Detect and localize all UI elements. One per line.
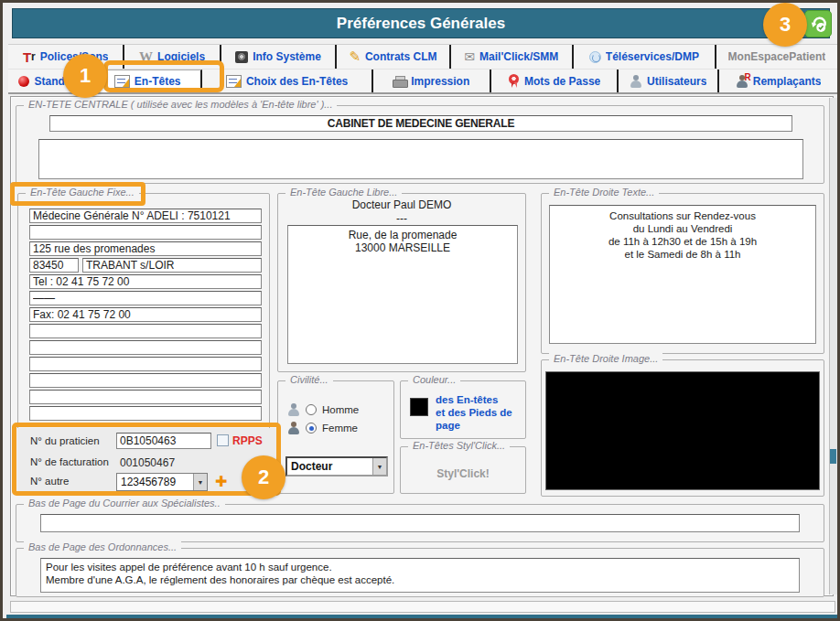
group-bas-ordonnances-legend: Bas de Page des Ordonnances...: [24, 541, 181, 552]
vertical-scrollbar[interactable]: [829, 98, 837, 594]
group-stylclick: En-Têtes Styl'Click... Styl'Click!: [400, 446, 526, 494]
homme-label: Homme: [322, 404, 359, 415]
gauche-fixe-tel-input[interactable]: [29, 274, 262, 289]
gauche-fixe-line11-input[interactable]: [29, 373, 262, 388]
header-edit-icon: [114, 75, 130, 88]
printer-icon: [393, 76, 406, 87]
gauche-fixe-ville-input[interactable]: [82, 258, 262, 273]
male-icon: [287, 403, 300, 416]
gauche-fixe-line6-input[interactable]: [29, 291, 262, 305]
scrollbar-thumb[interactable]: [830, 449, 836, 464]
titre-dropdown[interactable]: Docteur ▼: [285, 456, 388, 476]
num-autre-dropdown[interactable]: 123456789 ▼: [116, 473, 208, 491]
tab-remplacants[interactable]: R Remplaçants: [719, 70, 837, 92]
droite-image-preview[interactable]: [545, 371, 820, 490]
group-entete-droite-image: En-Tête Droite Image...: [541, 359, 824, 497]
group-entete-droite-texte: En-Tête Droite Texte... Consultations su…: [541, 193, 824, 354]
entete-centrale-textarea[interactable]: [38, 139, 803, 179]
praticien-numbers-group: N° du praticien RPPS N° de facturation 0…: [17, 428, 277, 491]
chevron-down-icon: ▼: [372, 458, 386, 475]
mail-icon: ✉: [464, 49, 475, 64]
group-entete-droite-image-legend: En-Tête Droite Image...: [549, 353, 662, 364]
tab-en-tetes[interactable]: En-Têtes: [94, 70, 203, 92]
group-bas-courrier-legend: Bas de Page du Courrier aux Spécialistes…: [24, 498, 225, 509]
tab-logiciels[interactable]: W Logiciels: [124, 45, 221, 69]
validate-button[interactable]: [804, 10, 832, 37]
tab-contrats-clm[interactable]: ✎ Contrats CLM: [337, 45, 451, 69]
gauche-fixe-line12-input[interactable]: [29, 390, 262, 404]
stylclick-button[interactable]: Styl'Click!: [401, 467, 525, 480]
droite-texte-content: Consultations sur Rendez-vous du Lundi a…: [550, 206, 815, 261]
group-entete-droite-texte-legend: En-Tête Droite Texte...: [549, 187, 659, 198]
group-entete-gauche-fixe-legend: En-Tête Gauche Fixe...: [26, 187, 139, 198]
color-swatch[interactable]: [410, 398, 428, 416]
tab-monespacepatient[interactable]: MonEspacePatient: [716, 45, 837, 69]
bas-ordonnances-textarea[interactable]: Pour les visites appel de préférence ava…: [40, 558, 800, 593]
gauche-fixe-codepostal-input[interactable]: [29, 258, 79, 273]
num-praticien-label: N° du praticien: [30, 435, 100, 446]
group-stylclick-legend: En-Têtes Styl'Click...: [408, 440, 510, 451]
bas-courrier-input[interactable]: [40, 514, 800, 532]
gauche-libre-address: Rue, de la promenade 13000 MARSEILLE: [288, 226, 517, 254]
tab-mots-de-passe[interactable]: Mots de Passe: [491, 70, 619, 92]
user-icon: [630, 75, 642, 88]
group-entete-centrale: EN-TETE CENTRALE ( utilisée avec les mod…: [16, 105, 824, 184]
user-replacement-icon: R: [736, 75, 748, 88]
chevron-down-icon: ▼: [193, 474, 207, 490]
tab-choix-en-tetes[interactable]: Choix des En-Têtes: [202, 70, 372, 92]
annotation-circle-1: 1: [63, 54, 107, 98]
num-praticien-input[interactable]: [116, 433, 211, 449]
homme-radio[interactable]: [306, 404, 317, 415]
group-entete-gauche-libre: En-Tête Gauche Libre... Docteur Paul DEM…: [277, 193, 526, 372]
tab-impression[interactable]: Impression: [373, 70, 491, 92]
word-icon: W: [139, 49, 153, 65]
gauche-fixe-line3-input[interactable]: [29, 241, 262, 256]
seal-icon: [508, 74, 520, 88]
annotation-circle-2: 2: [242, 455, 285, 499]
tab-mailclick-smm[interactable]: ✉ Mail'Click/SMM: [451, 45, 574, 69]
femme-label: Femme: [322, 423, 358, 434]
couleur-link[interactable]: des En-têtes et des Pieds de page: [436, 393, 525, 432]
fonts-icon: Tr: [23, 50, 36, 64]
group-entete-gauche-libre-legend: En-Tête Gauche Libre...: [285, 187, 402, 198]
group-civilite-legend: Civilité...: [285, 374, 333, 385]
circular-arrow-check-icon: [807, 13, 829, 35]
num-autre-label: N° autre: [30, 476, 69, 487]
preferences-window: Préférences Générales Tr Polices/Sons W …: [0, 0, 840, 621]
window-title: Préférences Générales: [337, 15, 505, 33]
entete-centrale-line1-input[interactable]: CABINET DE MEDECINE GENERALE: [49, 115, 792, 132]
group-civilite: Civilité... Homme Femme Docteur ▼: [277, 380, 394, 494]
female-icon: [287, 422, 300, 434]
system-gear-icon: [235, 51, 248, 63]
bottom-teal-strip: [6, 615, 839, 621]
rpps-label: RPPS: [232, 434, 263, 447]
rpps-checkbox[interactable]: [217, 434, 229, 446]
femme-radio[interactable]: [306, 423, 317, 434]
gauche-fixe-line1-input[interactable]: [29, 209, 262, 223]
gauche-libre-textarea[interactable]: Rue, de la promenade 13000 MARSEILLE: [287, 225, 518, 364]
header-edit-icon: [226, 75, 242, 88]
tab-row-1: Tr Polices/Sons W Logiciels Info Système…: [8, 44, 837, 69]
add-number-icon[interactable]: ✚: [215, 473, 227, 490]
group-bas-ordonnances: Bas de Page des Ordonnances... Pour les …: [16, 548, 824, 597]
gauche-fixe-line8-input[interactable]: [29, 324, 262, 338]
globe-icon: [589, 51, 601, 63]
annotation-circle-3: 3: [763, 3, 807, 47]
gauche-fixe-line2-input[interactable]: [29, 225, 262, 240]
tab-info-systeme[interactable]: Info Système: [221, 45, 337, 69]
group-bas-courrier: Bas de Page du Courrier aux Spécialistes…: [16, 504, 824, 542]
tab-teleservices-dmp[interactable]: Téléservices/DMP: [574, 45, 716, 69]
droite-texte-textarea[interactable]: Consultations sur Rendez-vous du Lundi a…: [549, 205, 816, 344]
num-facturation-value: 001050467: [120, 456, 175, 469]
num-facturation-label: N° de facturation: [30, 456, 109, 467]
gauche-libre-doctor-line: Docteur Paul DEMO: [278, 198, 525, 211]
tab-utilisateurs[interactable]: Utilisateurs: [619, 70, 719, 92]
gauche-fixe-fax-input[interactable]: [29, 307, 262, 322]
group-entete-centrale-legend: EN-TETE CENTRALE ( utilisée avec les mod…: [24, 99, 337, 110]
gauche-fixe-line10-input[interactable]: [29, 357, 262, 371]
gauche-fixe-line9-input[interactable]: [29, 340, 262, 355]
group-couleur-legend: Couleur...: [408, 374, 460, 385]
tab-row-2: Standard En-Têtes Choix des En-Têtes Imp…: [8, 69, 837, 94]
group-couleur: Couleur... des En-têtes et des Pieds de …: [400, 380, 526, 439]
gauche-fixe-line13-input[interactable]: [29, 406, 262, 421]
